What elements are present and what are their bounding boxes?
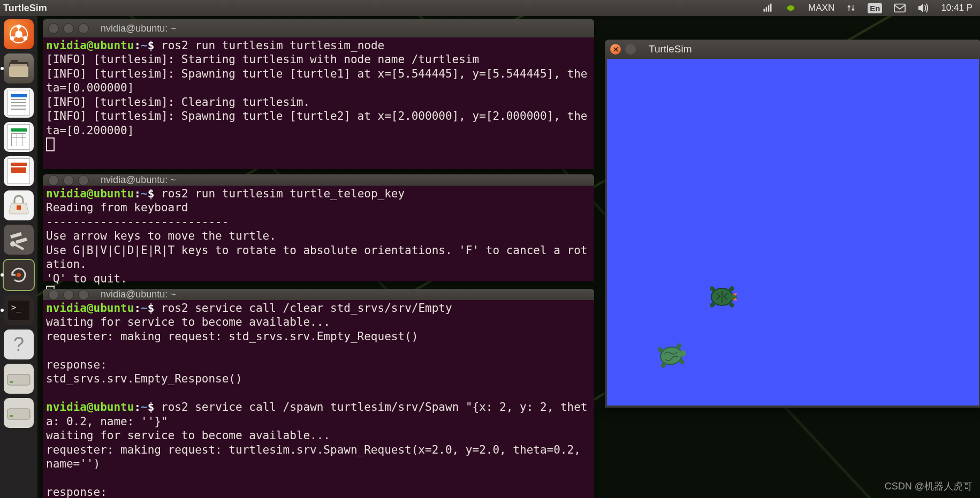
watermark: CSDN @机器人虎哥: [885, 480, 973, 493]
svg-rect-2: [768, 5, 770, 12]
power-mode-label[interactable]: MAXN: [808, 3, 834, 13]
svg-rect-4: [894, 4, 905, 12]
close-icon[interactable]: [48, 23, 59, 34]
terminal-3-title: nvidia@ubuntu: ~: [101, 289, 176, 300]
terminal-2-title: nvidia@ubuntu: ~: [101, 174, 176, 186]
svg-rect-17: [17, 205, 21, 210]
launcher-software-updater[interactable]: [3, 259, 35, 291]
active-app-title: TurtleSim: [0, 3, 47, 14]
minimize-icon[interactable]: [63, 23, 74, 34]
maximize-icon[interactable]: [78, 289, 89, 300]
svg-line-12: [21, 36, 25, 38]
top-panel: TurtleSim MAXN En 10:41 P: [0, 0, 980, 16]
svg-point-6: [16, 31, 21, 37]
turtle-1: [706, 284, 738, 310]
terminal-1-body[interactable]: nvidia@ubuntu:~$ ros2 run turtlesim turt…: [43, 37, 594, 156]
terminal-window-1[interactable]: nvidia@ubuntu: ~ nvidia@ubuntu:~$ ros2 r…: [43, 19, 594, 169]
updown-arrows-icon[interactable]: [846, 3, 856, 13]
maximize-icon[interactable]: [78, 175, 89, 186]
mail-icon[interactable]: [894, 3, 906, 13]
terminal-3-body[interactable]: nvidia@ubuntu:~$ ros2 service call /clea…: [43, 300, 594, 498]
launcher-impress[interactable]: [4, 156, 34, 186]
turtlesim-canvas[interactable]: [607, 59, 979, 405]
svg-rect-25: [10, 415, 13, 417]
terminal-window-2[interactable]: nvidia@ubuntu: ~ nvidia@ubuntu:~$ ros2 r…: [43, 174, 594, 281]
svg-rect-3: [770, 4, 772, 12]
launcher-writer[interactable]: [4, 88, 34, 118]
launcher: >_ ?: [0, 16, 37, 498]
turtle-2: [653, 340, 689, 372]
svg-point-19: [17, 273, 21, 277]
keyboard-lang-indicator[interactable]: En: [868, 3, 882, 13]
launcher-files[interactable]: [4, 53, 34, 83]
minimize-icon[interactable]: [63, 289, 74, 300]
nvidia-icon[interactable]: [785, 3, 796, 13]
svg-rect-22: [7, 374, 30, 385]
terminal-window-3[interactable]: nvidia@ubuntu: ~ nvidia@ubuntu:~$ ros2 s…: [43, 289, 594, 498]
terminal-1-titlebar[interactable]: nvidia@ubuntu: ~: [43, 19, 594, 37]
svg-rect-14: [11, 60, 18, 64]
launcher-settings[interactable]: [4, 225, 34, 255]
svg-rect-15: [10, 64, 27, 66]
turtlesim-title: TurtleSim: [649, 43, 692, 55]
network-icon[interactable]: [762, 3, 773, 13]
turtlesim-window[interactable]: ✕ TurtleSim: [605, 40, 980, 408]
svg-line-11: [13, 36, 17, 38]
clock[interactable]: 10:41 P: [941, 3, 973, 13]
maximize-icon[interactable]: [78, 23, 89, 34]
minimize-icon[interactable]: [63, 175, 74, 186]
terminal-3-titlebar[interactable]: nvidia@ubuntu: ~: [43, 289, 594, 300]
turtlesim-titlebar[interactable]: ✕ TurtleSim: [605, 40, 980, 59]
launcher-software-center[interactable]: [4, 190, 34, 220]
launcher-drive-1[interactable]: [4, 364, 34, 394]
system-tray: MAXN En 10:41 P: [762, 3, 980, 13]
launcher-terminal[interactable]: >_: [4, 295, 34, 325]
close-icon[interactable]: ✕: [610, 44, 621, 55]
terminal-2-titlebar[interactable]: nvidia@ubuntu: ~: [43, 174, 594, 186]
launcher-dash[interactable]: [4, 19, 34, 49]
svg-point-7: [17, 25, 20, 28]
close-icon[interactable]: [48, 289, 59, 300]
close-icon[interactable]: [48, 175, 59, 186]
terminal-1-title: nvidia@ubuntu: ~: [101, 23, 176, 34]
minimize-icon[interactable]: [625, 44, 636, 55]
svg-rect-23: [10, 381, 13, 383]
launcher-calc[interactable]: [4, 122, 34, 152]
launcher-help[interactable]: ?: [4, 330, 34, 359]
volume-icon[interactable]: [917, 3, 929, 13]
svg-rect-0: [764, 9, 765, 12]
launcher-drive-2[interactable]: [4, 398, 34, 428]
svg-rect-16: [9, 66, 28, 77]
cursor-icon: [46, 137, 55, 151]
terminal-2-body[interactable]: nvidia@ubuntu:~$ ros2 run turtlesim turt…: [43, 186, 594, 304]
svg-rect-24: [7, 409, 30, 419]
svg-text:>_: >_: [11, 303, 21, 312]
svg-rect-1: [766, 7, 768, 11]
